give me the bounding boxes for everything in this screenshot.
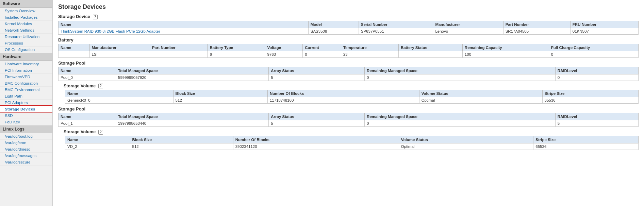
col-header: Manufacturer	[89, 44, 150, 51]
col-header: Temperature	[341, 44, 398, 51]
col-header: Part Number	[503, 21, 570, 28]
col-header: Number Of Blocks	[233, 136, 399, 143]
col-header: Serial Number	[359, 21, 433, 28]
storage-pool-2-section-title: Storage Pool	[58, 106, 639, 111]
sidebar-item-boot-log[interactable]: /var/log/boot.log	[0, 133, 52, 140]
table-cell	[398, 51, 462, 57]
col-header: Total Managed Space	[116, 67, 269, 74]
storage-device-link[interactable]: ThinkSystem RAID 930-8i 2GB Flash PCIe 1…	[61, 29, 160, 33]
col-header: Block Size	[130, 136, 233, 143]
table-cell: 5	[269, 74, 365, 81]
table-cell: SP637P0551	[359, 28, 433, 34]
col-header: Remaining Capacity	[462, 44, 549, 51]
table-cell: LSI	[89, 51, 150, 57]
table-cell: 23	[341, 51, 398, 57]
table-cell: 3902341120	[233, 143, 399, 150]
sidebar-section-linux-logs: Linux Logs	[0, 125, 52, 133]
storage-device-section-title: Storage Device ?	[58, 14, 639, 19]
storage-volume-2-table: NameBlock SizeNumber Of BlocksVolume Sta…	[65, 136, 639, 150]
col-header: Name	[59, 113, 116, 120]
sidebar-item-storage-devices[interactable]: Storage Devices	[0, 106, 52, 113]
battery-table: NameManufacturerPart NumberBattery TypeV…	[58, 44, 639, 58]
storage-volume-2-section-title: Storage Volume ?	[64, 130, 639, 135]
storage-volume-1-section-title: Storage Volume ?	[64, 84, 639, 89]
table-cell: 5	[555, 120, 638, 127]
col-header: Total Managed Space	[116, 113, 269, 120]
sidebar-item-pci-information[interactable]: PCI Information	[0, 67, 52, 74]
sidebar-item-bmc-configuration[interactable]: BMC Configuration	[0, 80, 52, 87]
sidebar-item-processes[interactable]: Processes	[0, 40, 52, 47]
table-cell: ThinkSystem RAID 930-8i 2GB Flash PCIe 1…	[59, 28, 309, 34]
col-header: Part Number	[150, 44, 207, 51]
table-row: Pool_05999999057920500	[59, 74, 639, 81]
table-row: ThinkSystem RAID 930-8i 2GB Flash PCIe 1…	[59, 28, 639, 34]
table-cell: 5999999057920	[116, 74, 269, 81]
col-header: Model	[308, 21, 359, 28]
table-cell: 100	[462, 51, 549, 57]
table-cell: 9763	[265, 51, 303, 57]
sidebar-section-software: Software	[0, 0, 52, 8]
sidebar-item-secure-log[interactable]: /var/log/secure	[0, 159, 52, 166]
sidebar-item-fod-key[interactable]: FoD Key	[0, 119, 52, 125]
col-header: FRU Number	[570, 21, 638, 28]
col-header: RAIDLevel	[555, 113, 638, 120]
storage-volume-1-help-icon[interactable]: ?	[98, 84, 103, 88]
storage-pool-1-table: NameTotal Managed SpaceArray StatusRemai…	[58, 67, 639, 81]
storage-device-help-icon[interactable]: ?	[93, 15, 98, 19]
col-header: Volume Status	[399, 136, 533, 143]
table-cell	[150, 51, 207, 57]
col-header: Current	[303, 44, 341, 51]
sidebar-item-ssd[interactable]: SSD	[0, 113, 52, 119]
col-header: Stripe Size	[542, 90, 638, 97]
table-cell	[59, 51, 90, 57]
col-header: RAIDLevel	[555, 67, 638, 74]
table-cell: 6	[208, 51, 265, 57]
col-header: Number Of Blocks	[267, 90, 419, 97]
sidebar-item-network-settings[interactable]: Network Settings	[0, 27, 52, 34]
sidebar-item-hardware-inventory[interactable]: Hardware Inventory	[0, 61, 52, 67]
table-cell: 0	[365, 74, 556, 81]
table-cell: 5	[269, 120, 365, 127]
sidebar-item-os-configuration[interactable]: OS Configuration	[0, 47, 52, 53]
col-header: Array Status	[269, 67, 365, 74]
table-cell: Lenovo	[433, 28, 503, 34]
sidebar-item-pci-adapters[interactable]: PCI Adapters	[0, 100, 52, 106]
table-cell: 0	[365, 120, 556, 127]
table-row: LSI697630231000	[59, 51, 639, 57]
sidebar-item-system-overview[interactable]: System Overview	[0, 8, 52, 14]
col-header: Name	[59, 67, 116, 74]
table-cell: Optimal	[419, 97, 542, 104]
col-header: Battery Type	[208, 44, 265, 51]
table-row: GenericR0_051211718748160Optimal65536	[65, 97, 639, 104]
sidebar-item-messages-log[interactable]: /var/log/messages	[0, 153, 52, 159]
table-row: VD_25123902341120Optimal65536	[65, 143, 639, 150]
sidebar-item-resource-utilization[interactable]: Resource Utilization	[0, 34, 52, 40]
sidebar-item-firmware-vpd[interactable]: Firmware/VPD	[0, 74, 52, 80]
table-cell: GenericR0_0	[65, 97, 174, 104]
storage-pool-1-section-title: Storage Pool	[58, 61, 639, 66]
col-header: Array Status	[269, 113, 365, 120]
col-header: Manufacturer	[433, 21, 503, 28]
table-cell: 65536	[533, 143, 639, 150]
col-header: Full Charge Capacity	[549, 44, 638, 51]
col-header: Remaining Managed Space	[365, 113, 556, 120]
sidebar-item-dmesg-log[interactable]: /var/log/dmesg	[0, 146, 52, 153]
sidebar-item-kernel-modules[interactable]: Kernel Modules	[0, 21, 52, 27]
storage-volume-2-help-icon[interactable]: ?	[98, 130, 103, 135]
sidebar-item-cron-log[interactable]: /var/log/cron	[0, 140, 52, 146]
col-header: Remaining Managed Space	[365, 67, 556, 74]
table-cell: 0	[549, 51, 638, 57]
table-cell: SR17A04505	[503, 28, 570, 34]
sidebar-item-bmc-environmental[interactable]: BMC Environmental	[0, 87, 52, 93]
col-header: Voltage	[265, 44, 303, 51]
storage-pool-2-table: NameTotal Managed SpaceArray StatusRemai…	[58, 113, 639, 127]
table-cell: Pool_0	[59, 74, 116, 81]
table-cell: 512	[173, 97, 267, 104]
col-header: Name	[65, 136, 130, 143]
table-row: Pool_11997998653440505	[59, 120, 639, 127]
sidebar-item-installed-packages[interactable]: Installed Packages	[0, 14, 52, 21]
table-cell: 65536	[542, 97, 638, 104]
page-title: Storage Devices	[58, 3, 639, 11]
sidebar-item-light-path[interactable]: Light Path	[0, 93, 52, 100]
storage-volume-1-table: NameBlock SizeNumber Of BlocksVolume Sta…	[65, 90, 639, 104]
